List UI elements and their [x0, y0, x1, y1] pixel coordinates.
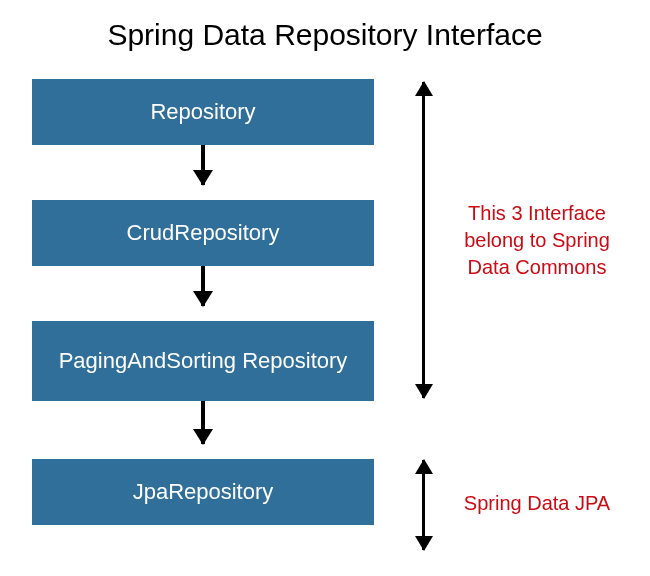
range-arrow-jpa: [422, 460, 425, 550]
node-crud-repository: CrudRepository: [32, 200, 374, 266]
arrow-down-icon: [201, 145, 205, 185]
node-label: CrudRepository: [127, 220, 280, 245]
node-label: PagingAndSorting Repository: [59, 348, 348, 373]
node-label: JpaRepository: [133, 479, 274, 504]
annotation-spring-data-commons: This 3 Interface belong to Spring Data C…: [452, 200, 622, 281]
node-jpa-repository: JpaRepository: [32, 459, 374, 525]
range-arrow-commons: [422, 82, 425, 398]
node-paging-and-sorting-repository: PagingAndSorting Repository: [32, 321, 374, 401]
arrow-down-icon: [201, 401, 205, 444]
node-label: Repository: [150, 99, 255, 124]
node-repository: Repository: [32, 79, 374, 145]
arrow-down-icon: [201, 266, 205, 306]
annotation-spring-data-jpa: Spring Data JPA: [452, 490, 622, 517]
diagram-title: Spring Data Repository Interface: [0, 18, 650, 52]
